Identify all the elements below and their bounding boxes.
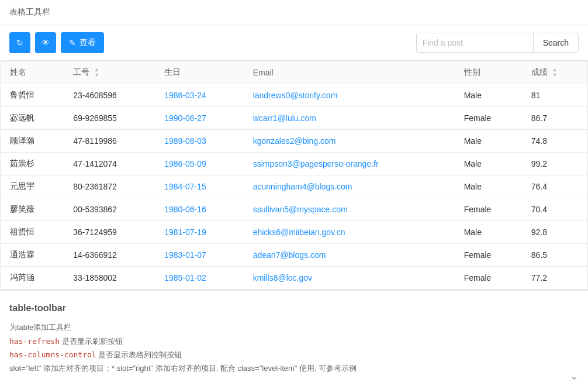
- cell-gender: Female: [455, 244, 522, 267]
- cell-birthday: 1990-06-27: [155, 107, 243, 130]
- table-row: 顾泽瀚47-81199861989-08-03kgonzales2@bing.c…: [1, 130, 587, 153]
- cell-email[interactable]: ssimpson3@pagesperso-orange.fr: [244, 153, 455, 175]
- cell-score: 77.2: [522, 267, 587, 290]
- info-desc1: 为table添加工具栏: [9, 320, 579, 334]
- table-row: 通浩霖14-63669121983-01-07adean7@blogs.comF…: [1, 244, 587, 267]
- section-title: 表格工具栏: [0, 0, 588, 25]
- cell-score: 74.8: [522, 130, 587, 153]
- cell-birthday: 1989-08-03: [155, 130, 243, 153]
- col-id[interactable]: 工号 ▲▼: [64, 61, 155, 84]
- edit-icon: ✎: [69, 38, 76, 47]
- col-gender: 性别: [455, 61, 522, 84]
- table-row: 冯芮涵33-18580021985-01-02kmills8@loc.govFe…: [1, 267, 587, 290]
- table-row: 祖哲恒36-71249591981-07-19ehicks6@miibeian.…: [1, 221, 587, 244]
- cell-score: 81: [522, 84, 587, 107]
- eye-icon: 👁: [41, 38, 50, 47]
- cell-name: 廖笑薇: [1, 198, 64, 221]
- cell-gender: Female: [455, 198, 522, 221]
- refresh-button[interactable]: ↻: [9, 32, 30, 53]
- cell-email[interactable]: acunningham4@blogs.com: [244, 175, 455, 198]
- cell-score: 76.4: [522, 175, 587, 198]
- table-body: 鲁哲恒23-46085961986-03-24landrews0@storify…: [1, 84, 587, 290]
- table-row: 宓远帆69-92698551990-06-27wcarr1@lulu.comFe…: [1, 107, 587, 130]
- table-header: 姓名 工号 ▲▼ 生日 Email 性别 成绩 ▲▼: [1, 61, 587, 84]
- cell-id: 23-4608596: [64, 84, 155, 107]
- search-button[interactable]: Search: [533, 33, 579, 53]
- cell-birthday: 1981-07-19: [155, 221, 243, 244]
- data-table: 姓名 工号 ▲▼ 生日 Email 性别 成绩 ▲▼ 鲁哲恒23-4608596…: [1, 61, 587, 290]
- table-row: 鲁哲恒23-46085961986-03-24landrews0@storify…: [1, 84, 587, 107]
- toolbar: ↻ 👁 ✎ 查看 Search: [0, 25, 588, 61]
- cell-score: 70.4: [522, 198, 587, 221]
- cell-email[interactable]: landrews0@storify.com: [244, 84, 455, 107]
- info-desc2-text: 是否显示刷新按钮: [60, 337, 123, 346]
- cell-id: 14-6366912: [64, 244, 155, 267]
- table-row: 廖笑薇00-53938621980-06-16ssullivan5@myspac…: [1, 198, 587, 221]
- view-label: 查看: [79, 37, 96, 48]
- toolbar-right: Search: [416, 33, 579, 53]
- col-score[interactable]: 成绩 ▲▼: [522, 61, 587, 84]
- cell-name: 宓远帆: [1, 107, 64, 130]
- info-code-columns: has-columns-control: [9, 350, 96, 359]
- cell-gender: Female: [455, 107, 522, 130]
- cell-id: 36-7124959: [64, 221, 155, 244]
- cell-gender: Male: [455, 84, 522, 107]
- cell-score: 99.2: [522, 153, 587, 175]
- columns-control-button[interactable]: 👁: [35, 32, 56, 53]
- toolbar-left: ↻ 👁 ✎ 查看: [9, 32, 104, 53]
- cell-id: 33-1858002: [64, 267, 155, 290]
- cell-score: 92.8: [522, 221, 587, 244]
- sort-icon-id: ▲▼: [94, 67, 99, 78]
- cell-birthday: 1986-05-09: [155, 153, 243, 175]
- header-row: 姓名 工号 ▲▼ 生日 Email 性别 成绩 ▲▼: [1, 61, 587, 84]
- cell-email[interactable]: wcarr1@lulu.com: [244, 107, 455, 130]
- cell-score: 86.5: [522, 244, 587, 267]
- cell-birthday: 1986-03-24: [155, 84, 243, 107]
- cell-name: 元思宇: [1, 175, 64, 198]
- cell-email[interactable]: kgonzales2@bing.com: [244, 130, 455, 153]
- cell-birthday: 1983-01-07: [155, 244, 243, 267]
- info-desc3-text: 是否显示表格列控制按钮: [96, 350, 182, 359]
- cell-name: 顾泽瀚: [1, 130, 64, 153]
- cell-gender: Male: [455, 130, 522, 153]
- info-desc3: has-columns-control 是否显示表格列控制按钮: [9, 348, 579, 361]
- table-wrapper: 姓名 工号 ▲▼ 生日 Email 性别 成绩 ▲▼ 鲁哲恒23-4608596…: [0, 61, 588, 290]
- cell-id: 80-2361872: [64, 175, 155, 198]
- info-desc2: has-refresh 是否显示刷新按钮: [9, 335, 579, 348]
- cell-id: 00-5393862: [64, 198, 155, 221]
- cell-birthday: 1985-01-02: [155, 267, 243, 290]
- info-title: table-toolbar: [9, 303, 579, 313]
- cell-name: 鲁哲恒: [1, 84, 64, 107]
- col-birthday: 生日: [155, 61, 243, 84]
- search-input[interactable]: [416, 33, 533, 53]
- sort-icon-score: ▲▼: [552, 67, 558, 78]
- cell-gender: Male: [455, 153, 522, 175]
- cell-email[interactable]: ehicks6@miibeian.gov.cn: [244, 221, 455, 244]
- cell-name: 祖哲恒: [1, 221, 64, 244]
- cell-id: 47-8119986: [64, 130, 155, 153]
- col-name: 姓名: [1, 61, 64, 84]
- info-code-refresh: has-refresh: [9, 337, 60, 346]
- cell-gender: Female: [455, 267, 522, 290]
- table-row: 茹崇杉47-14120741986-05-09ssimpson3@pagespe…: [1, 153, 587, 175]
- cell-name: 通浩霖: [1, 244, 64, 267]
- col-email: Email: [244, 61, 455, 84]
- cell-gender: Male: [455, 175, 522, 198]
- info-section: table-toolbar 为table添加工具栏 has-refresh 是否…: [0, 290, 588, 386]
- chevron-down-icon: ⌄: [570, 370, 579, 382]
- cell-id: 47-1412074: [64, 153, 155, 175]
- cell-email[interactable]: kmills8@loc.gov: [244, 267, 455, 290]
- cell-email[interactable]: ssullivan5@myspace.com: [244, 198, 455, 221]
- refresh-icon: ↻: [16, 38, 23, 47]
- cell-birthday: 1984-07-15: [155, 175, 243, 198]
- cell-name: 冯芮涵: [1, 267, 64, 290]
- view-button[interactable]: ✎ 查看: [61, 32, 104, 53]
- cell-score: 86.7: [522, 107, 587, 130]
- cell-gender: Male: [455, 221, 522, 244]
- cell-name: 茹崇杉: [1, 153, 64, 175]
- cell-email[interactable]: adean7@blogs.com: [244, 244, 455, 267]
- cell-id: 69-9269855: [64, 107, 155, 130]
- table-row: 元思宇80-23618721984-07-15acunningham4@blog…: [1, 175, 587, 198]
- cell-birthday: 1980-06-16: [155, 198, 243, 221]
